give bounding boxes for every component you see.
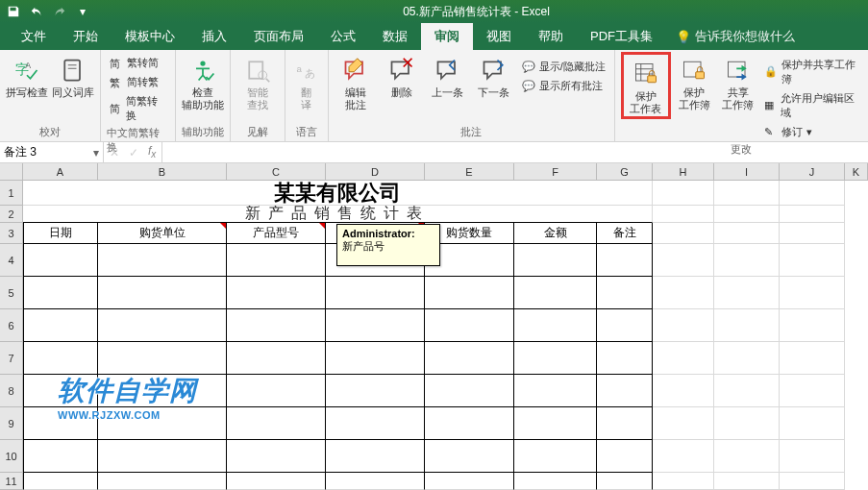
name-box[interactable]: 备注 3 ▾ bbox=[0, 142, 104, 162]
track-changes-button[interactable]: ✎修订 ▾ bbox=[761, 123, 862, 141]
cell-header-remark[interactable]: 备注 bbox=[597, 223, 653, 244]
row-header[interactable]: 11 bbox=[0, 473, 23, 490]
cell[interactable] bbox=[326, 407, 425, 440]
spellcheck-button[interactable]: 字A 拼写检查 bbox=[6, 52, 48, 99]
translate-button[interactable]: aあ 翻 译 bbox=[291, 52, 322, 111]
cell[interactable] bbox=[714, 277, 780, 309]
row-header[interactable]: 6 bbox=[0, 309, 23, 342]
cell[interactable] bbox=[597, 407, 653, 440]
cell[interactable] bbox=[514, 440, 597, 473]
cell[interactable] bbox=[780, 206, 845, 223]
cancel-formula-icon[interactable]: ✕ bbox=[110, 146, 119, 159]
cell[interactable] bbox=[514, 244, 597, 277]
cell[interactable] bbox=[714, 244, 780, 277]
col-header[interactable]: C bbox=[227, 163, 326, 180]
col-header[interactable]: K bbox=[845, 163, 868, 180]
cell-title[interactable]: 某某有限公司 bbox=[23, 181, 653, 206]
prev-comment-button[interactable]: 上一条 bbox=[427, 52, 469, 99]
cell[interactable] bbox=[597, 342, 653, 375]
cell[interactable] bbox=[98, 473, 227, 490]
share-workbook-button[interactable]: 共享 工作簿 bbox=[718, 52, 757, 111]
col-header[interactable]: E bbox=[425, 163, 514, 180]
col-header[interactable]: B bbox=[98, 163, 227, 180]
cell[interactable] bbox=[98, 440, 227, 473]
cell[interactable] bbox=[780, 342, 845, 375]
cell[interactable] bbox=[425, 473, 514, 490]
cell[interactable] bbox=[23, 244, 98, 277]
fx-icon[interactable]: fx bbox=[148, 144, 156, 159]
tab-insert[interactable]: 插入 bbox=[188, 23, 240, 50]
cell[interactable] bbox=[514, 277, 597, 309]
cell[interactable] bbox=[714, 473, 780, 490]
cell[interactable] bbox=[425, 407, 514, 440]
cell[interactable] bbox=[425, 342, 514, 375]
cell[interactable] bbox=[597, 277, 653, 309]
cell[interactable] bbox=[23, 473, 98, 490]
chevron-down-icon[interactable]: ▾ bbox=[93, 146, 99, 159]
check-accessibility-button[interactable]: 检查 辅助功能 bbox=[182, 52, 224, 111]
cell[interactable] bbox=[780, 181, 845, 206]
row-header[interactable]: 4 bbox=[0, 244, 23, 277]
cell[interactable] bbox=[653, 277, 714, 309]
allow-edit-ranges-button[interactable]: ▦允许用户编辑区域 bbox=[761, 89, 862, 122]
cell[interactable] bbox=[597, 309, 653, 342]
row-header[interactable]: 10 bbox=[0, 440, 23, 473]
cell[interactable] bbox=[425, 277, 514, 309]
redo-icon[interactable] bbox=[52, 4, 67, 19]
cell[interactable] bbox=[23, 440, 98, 473]
cell[interactable] bbox=[326, 309, 425, 342]
cell[interactable] bbox=[227, 342, 326, 375]
protect-workbook-button[interactable]: 保护 工作簿 bbox=[675, 52, 714, 111]
cell[interactable] bbox=[780, 407, 845, 440]
cell[interactable] bbox=[425, 309, 514, 342]
smart-lookup-button[interactable]: 智能 查找 bbox=[236, 52, 279, 111]
tab-help[interactable]: 帮助 bbox=[525, 23, 577, 50]
cell[interactable] bbox=[597, 440, 653, 473]
cell[interactable] bbox=[653, 473, 714, 490]
col-header[interactable]: I bbox=[714, 163, 780, 180]
cell[interactable] bbox=[714, 375, 780, 407]
cell[interactable] bbox=[514, 375, 597, 407]
cell[interactable] bbox=[653, 407, 714, 440]
cell[interactable] bbox=[326, 375, 425, 407]
tab-view[interactable]: 视图 bbox=[473, 23, 525, 50]
col-header[interactable]: H bbox=[653, 163, 714, 180]
protect-sheet-button[interactable]: 保护 工作表 bbox=[625, 56, 667, 115]
cell-header-amount[interactable]: 金额 bbox=[514, 223, 597, 244]
cell[interactable] bbox=[326, 473, 425, 490]
cell[interactable] bbox=[227, 375, 326, 407]
cell[interactable] bbox=[653, 206, 714, 223]
cell[interactable] bbox=[98, 342, 227, 375]
cell[interactable] bbox=[227, 407, 326, 440]
tab-formula[interactable]: 公式 bbox=[317, 23, 369, 50]
trad-to-simp-button[interactable]: 简繁转简 bbox=[107, 54, 169, 72]
comment-tooltip[interactable]: Administrator: 新产品号 bbox=[336, 224, 440, 266]
qat-customize-icon[interactable]: ▾ bbox=[75, 4, 90, 19]
cell[interactable] bbox=[514, 473, 597, 490]
col-header[interactable]: J bbox=[780, 163, 845, 180]
cell[interactable] bbox=[714, 206, 780, 223]
cell-subtitle[interactable]: 新产品销售统计表 bbox=[23, 206, 653, 223]
cell[interactable] bbox=[653, 342, 714, 375]
row-header[interactable]: 5 bbox=[0, 277, 23, 309]
showall-comments-button[interactable]: 💬显示所有批注 bbox=[519, 77, 608, 95]
cell[interactable] bbox=[98, 309, 227, 342]
cell[interactable] bbox=[227, 440, 326, 473]
cell[interactable] bbox=[653, 244, 714, 277]
undo-icon[interactable] bbox=[29, 4, 44, 19]
cell[interactable] bbox=[514, 407, 597, 440]
cell[interactable] bbox=[714, 181, 780, 206]
save-icon[interactable] bbox=[6, 4, 21, 19]
cell[interactable] bbox=[780, 277, 845, 309]
tab-home[interactable]: 开始 bbox=[60, 23, 112, 50]
cell[interactable] bbox=[514, 309, 597, 342]
next-comment-button[interactable]: 下一条 bbox=[473, 52, 515, 99]
cell[interactable] bbox=[326, 277, 425, 309]
cell[interactable] bbox=[780, 473, 845, 490]
cell[interactable] bbox=[780, 309, 845, 342]
cell[interactable] bbox=[326, 342, 425, 375]
cell[interactable] bbox=[653, 309, 714, 342]
cell[interactable] bbox=[714, 223, 780, 244]
col-header[interactable]: D bbox=[326, 163, 425, 180]
cell-header-model[interactable]: 产品型号 bbox=[227, 223, 326, 244]
